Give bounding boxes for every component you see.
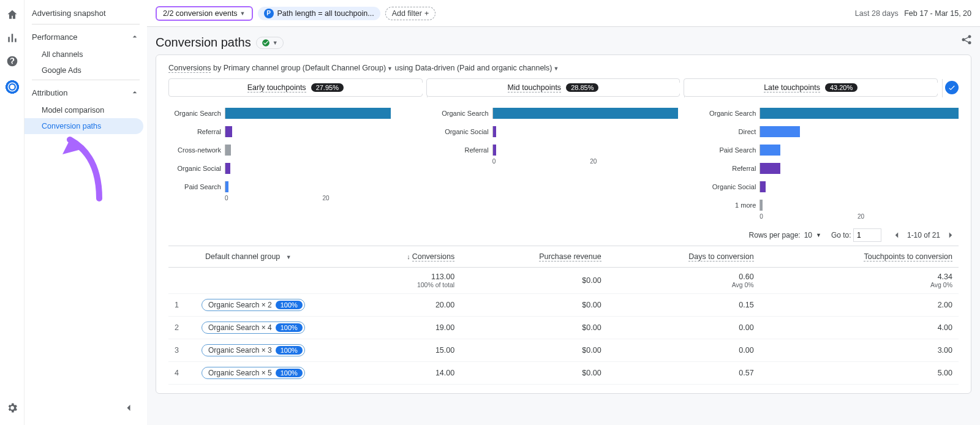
sort-desc-icon: ↓ xyxy=(407,253,410,260)
rpp-label: Rows per page: xyxy=(749,231,801,239)
chip-label: 2/2 conversion events xyxy=(163,9,238,18)
tab-mid-touchpoints[interactable]: Mid touchpoints 28.85% xyxy=(426,78,680,97)
rpp-value: 10 xyxy=(804,231,812,239)
home-icon[interactable] xyxy=(6,9,18,21)
path-length-chip[interactable]: P Path length = all touchpoin... xyxy=(258,7,380,20)
report-status-button[interactable]: ▼ xyxy=(256,37,284,49)
chart-bar-row: Referral xyxy=(436,145,692,156)
table-row[interactable]: 1Organic Search × 2100%20.00$0.000.152.0… xyxy=(168,294,959,317)
bar-track xyxy=(225,145,424,156)
date-range-picker[interactable]: Last 28 days Feb 17 - Mar 15, 20 xyxy=(855,9,971,18)
table-summary-row: 113.00100% of total$0.000.60Avg 0%4.34Av… xyxy=(168,268,959,294)
tab-label: Early touchpoints xyxy=(247,83,306,92)
table-header-conversions[interactable]: ↓Conversions xyxy=(342,246,461,268)
table-header-group[interactable]: Default channel group ▼ xyxy=(168,246,342,268)
sidebar-item-model-comparison[interactable]: Model comparison xyxy=(24,102,147,118)
tab-early-touchpoints[interactable]: Early touchpoints 27.95% xyxy=(168,78,423,97)
chart-bar-row: Paid Search xyxy=(703,145,959,156)
bar-track xyxy=(225,108,424,119)
chevron-down-icon[interactable]: ▼ xyxy=(552,66,559,72)
charts: Organic SearchReferralCross-networkOrgan… xyxy=(168,103,959,220)
chart-x-axis: 020 xyxy=(436,156,692,165)
sidebar-item-advertising-snapshot[interactable]: Advertising snapshot xyxy=(24,4,147,23)
share-icon[interactable] xyxy=(960,33,973,47)
filter-badge-icon: P xyxy=(264,9,274,18)
tab-late-touchpoints[interactable]: Late touchpoints 43.20% xyxy=(684,78,938,97)
bar-category: Organic Search xyxy=(703,110,756,117)
chart-bar-row: Organic Search xyxy=(436,108,692,119)
chart-bar-row: Organic Search xyxy=(703,108,959,119)
chevron-down-icon[interactable]: ▼ xyxy=(386,66,393,72)
sidebar-item-all-channels[interactable]: All channels xyxy=(24,47,147,62)
path-pill: Organic Search × 2100% xyxy=(202,299,305,311)
bar-category: Organic Search xyxy=(436,110,489,117)
chevron-down-icon: ▼ xyxy=(240,10,246,17)
path-pct: 100% xyxy=(276,346,303,355)
date-label: Last 28 days xyxy=(855,9,899,18)
chart-x-axis: 020 xyxy=(168,192,424,201)
chevron-right-icon[interactable] xyxy=(945,230,956,241)
filter-bar: 2/2 conversion events ▼ P Path length = … xyxy=(147,0,980,27)
table-header-touchpoints[interactable]: Touchpoints to conversion xyxy=(760,246,959,268)
apply-check-icon[interactable] xyxy=(945,81,959,94)
chevron-down-icon: ▼ xyxy=(282,254,292,260)
main-area: 2/2 conversion events ▼ P Path length = … xyxy=(147,0,980,425)
bar-track xyxy=(225,126,424,137)
bar-category: Paid Search xyxy=(703,146,756,154)
chart-bar-row: Referral xyxy=(168,126,424,137)
advertising-icon[interactable] xyxy=(4,78,21,96)
table-header-days[interactable]: Days to conversion xyxy=(608,246,760,268)
chip-label: Add filter xyxy=(392,9,422,18)
rows-per-page[interactable]: Rows per page: 10 ▼ xyxy=(749,231,821,239)
path-pct: 100% xyxy=(276,301,303,309)
table-row[interactable]: 4Organic Search × 5100%14.00$0.000.575.0… xyxy=(168,362,959,385)
dimension-row: Conversions by Primary channel group (De… xyxy=(168,64,959,72)
explore-icon[interactable] xyxy=(6,55,18,67)
icon-rail xyxy=(0,0,24,425)
reports-icon[interactable] xyxy=(6,32,18,44)
chevron-left-icon[interactable] xyxy=(891,230,902,241)
sidebar-item-conversion-paths[interactable]: Conversion paths xyxy=(24,118,143,134)
goto-input[interactable] xyxy=(853,228,881,242)
path-pill: Organic Search × 3100% xyxy=(202,344,305,356)
bar-track xyxy=(225,181,424,192)
tab-label: Mid touchpoints xyxy=(508,83,562,92)
bar-track xyxy=(760,163,959,174)
th-label: Default channel group xyxy=(205,252,280,261)
bar-category: Cross-network xyxy=(168,146,221,154)
sidebar-item-google-ads[interactable]: Google Ads xyxy=(24,62,147,78)
touchpoint-tabs: Early touchpoints 27.95% Mid touchpoints… xyxy=(168,78,959,97)
th-label: Days to conversion xyxy=(688,252,753,261)
metric-link[interactable]: Conversions xyxy=(168,64,211,73)
table-header-revenue[interactable]: Purchase revenue xyxy=(461,246,607,268)
bar-fill xyxy=(493,126,496,137)
bar-category: Referral xyxy=(436,146,489,154)
table-row[interactable]: 3Organic Search × 3100%15.00$0.000.003.0… xyxy=(168,339,959,362)
bar-track xyxy=(225,163,424,174)
add-filter-button[interactable]: Add filter + xyxy=(385,7,436,20)
dim-text: by Primary channel group (Default Channe… xyxy=(211,64,386,72)
admin-gear-icon[interactable] xyxy=(6,402,18,414)
report-card: Conversions by Primary channel group (De… xyxy=(156,55,971,394)
sidebar-item-attribution[interactable]: Attribution xyxy=(24,83,147,102)
table-row[interactable]: 2Organic Search × 4100%19.00$0.000.004.0… xyxy=(168,317,959,339)
chip-label: Path length = all touchpoin... xyxy=(277,9,374,18)
collapse-sidebar-icon[interactable] xyxy=(123,402,135,414)
data-table: Default channel group ▼ ↓Conversions Pur… xyxy=(168,246,959,385)
bar-fill xyxy=(225,145,231,156)
bar-track xyxy=(760,200,959,211)
path-pill: Organic Search × 5100% xyxy=(202,367,305,379)
chart-column: Organic SearchOrganic SocialReferral020 xyxy=(436,108,692,220)
conversion-events-chip[interactable]: 2/2 conversion events ▼ xyxy=(156,6,253,21)
bar-fill xyxy=(760,200,762,211)
sidebar-item-label: Model comparison xyxy=(42,106,104,115)
date-range: Feb 17 - Mar 15, 20 xyxy=(904,9,971,18)
page-title-row: Conversion paths ▼ xyxy=(147,27,980,55)
sidebar-item-performance[interactable]: Performance xyxy=(24,27,147,47)
bar-category: Organic Social xyxy=(703,183,756,190)
sidebar-item-label: Advertising snapshot xyxy=(32,9,106,18)
bar-track xyxy=(760,108,959,119)
page-title: Conversion paths xyxy=(156,36,251,50)
check-circle-icon xyxy=(262,39,270,47)
bar-category: Organic Search xyxy=(168,110,221,117)
